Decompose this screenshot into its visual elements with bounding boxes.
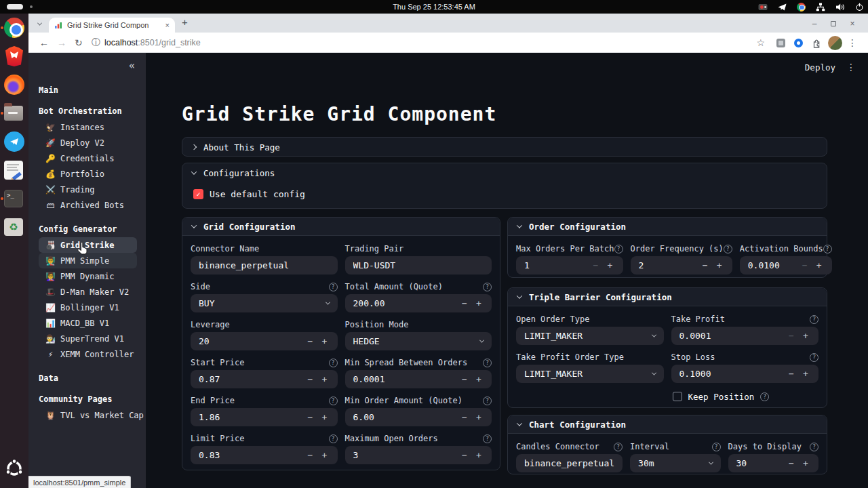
sidebar-collapse-icon[interactable]: « [129, 60, 135, 72]
forward-button[interactable]: → [57, 33, 66, 53]
new-tab-button[interactable]: + [182, 16, 188, 28]
help-icon[interactable]: ? [614, 443, 623, 451]
decrement-button[interactable]: − [701, 260, 710, 270]
chrome-tray-icon[interactable] [797, 3, 806, 12]
decrement-button[interactable]: − [306, 412, 315, 422]
help-icon[interactable]: ? [483, 396, 492, 405]
tab-search-button[interactable] [34, 18, 45, 29]
increment-button[interactable]: + [801, 369, 810, 379]
end-price-input[interactable]: 1.86−+ [191, 408, 338, 426]
sidebar-item-supertrend-v1[interactable]: 👨‍🔬SuperTrend V1 [39, 331, 137, 346]
take-profit-input[interactable]: 0.0001−+ [671, 327, 819, 345]
decrement-button[interactable]: − [460, 412, 469, 422]
increment-button[interactable]: + [801, 458, 810, 468]
increment-button[interactable]: + [320, 450, 330, 460]
increment-button[interactable]: + [474, 374, 484, 384]
help-icon[interactable]: ? [483, 359, 492, 367]
decrement-button[interactable]: − [787, 331, 796, 341]
screen-record-icon[interactable] [758, 2, 768, 12]
help-icon[interactable]: ? [329, 396, 338, 405]
decrement-button[interactable]: − [460, 374, 469, 384]
help-icon[interactable]: ? [329, 283, 338, 291]
app-menu-kebab-icon[interactable]: ⋮ [846, 62, 856, 73]
order-frequency-input[interactable]: 2−+ [631, 256, 732, 274]
total-amount-input[interactable]: 200.00−+ [345, 294, 492, 312]
dock-trash[interactable]: ♻ [4, 217, 24, 237]
sidebar-item-bollinger-v1[interactable]: 📈Bollinger V1 [39, 300, 137, 315]
profile-avatar[interactable] [828, 33, 842, 53]
sidebar-item-trading[interactable]: ⚔️Trading [39, 182, 137, 197]
decrement-button[interactable]: − [306, 374, 315, 384]
window-maximize-button[interactable] [829, 19, 838, 28]
dock-files[interactable] [4, 103, 24, 123]
browser-menu-kebab-icon[interactable]: ⋮ [848, 33, 857, 53]
back-button[interactable]: ← [39, 33, 49, 53]
position-mode-select[interactable]: HEDGE [345, 332, 492, 350]
volume-icon[interactable] [835, 3, 845, 12]
tab-close-icon[interactable]: × [165, 21, 170, 29]
sidebar-item-archived-bots[interactable]: 🗃Archived Bots [39, 197, 137, 213]
extension-icon-1[interactable] [776, 33, 785, 53]
leverage-input[interactable]: 20−+ [191, 332, 338, 350]
decrement-button[interactable]: − [800, 260, 810, 270]
help-icon[interactable]: ? [810, 443, 818, 451]
configurations-expander-header[interactable]: Configurations [182, 163, 827, 182]
help-icon[interactable]: ? [329, 359, 338, 367]
stop-loss-input[interactable]: 0.1000−+ [671, 365, 819, 383]
network-icon[interactable] [816, 3, 825, 12]
increment-button[interactable]: + [474, 450, 484, 460]
decrement-button[interactable]: − [460, 298, 469, 308]
browser-tab[interactable]: Grid Strike Grid Compon × [49, 18, 175, 33]
power-icon[interactable] [855, 3, 864, 12]
order-configuration-header[interactable]: Order Configuration [508, 218, 827, 236]
side-select[interactable]: BUY [191, 294, 338, 312]
decrement-button[interactable]: − [306, 336, 315, 346]
decrement-button[interactable]: − [306, 450, 315, 460]
help-icon[interactable]: ? [823, 245, 832, 253]
sidebar-item-credentials[interactable]: 🔑Credentials [39, 150, 137, 166]
increment-button[interactable]: + [320, 412, 330, 422]
min-spread-input[interactable]: 0.0001−+ [345, 370, 492, 388]
take-profit-order-type-select[interactable]: LIMIT_MAKER [516, 365, 664, 383]
min-order-amount-input[interactable]: 6.00−+ [345, 408, 492, 426]
sidebar-item-tvl-vs-market-cap[interactable]: 🦉TVL vs Market Cap [39, 407, 137, 423]
candles-connector-input[interactable]: binance_perpetual [516, 454, 623, 472]
help-icon[interactable]: ? [483, 283, 492, 291]
address-bar[interactable]: localhost:8501/grid_strike [104, 33, 201, 53]
keep-position-checkbox[interactable] [673, 392, 682, 401]
grid-configuration-header[interactable]: Grid Configuration [182, 218, 500, 236]
dock-telegram[interactable] [4, 131, 24, 152]
sidebar-item-dman-maker-v2[interactable]: 🎩D-Man Maker V2 [39, 284, 137, 300]
dock-text-editor[interactable] [4, 160, 24, 180]
increment-button[interactable]: + [814, 260, 824, 270]
trading-pair-input[interactable]: WLD-USDT [345, 256, 492, 274]
use-default-config-checkbox[interactable]: ✓ [193, 189, 203, 199]
extension-icon-2[interactable] [794, 33, 803, 53]
dock-terminal[interactable]: >_ [4, 188, 24, 209]
window-minimize-button[interactable]: – [810, 19, 819, 28]
interval-select[interactable]: 30m [630, 454, 720, 472]
decrement-button[interactable]: − [787, 369, 796, 379]
days-to-display-input[interactable]: 30−+ [728, 454, 818, 472]
dock-firefox[interactable] [4, 75, 24, 95]
site-info-icon[interactable]: ⓘ [92, 33, 100, 53]
telegram-tray-icon[interactable] [778, 3, 787, 12]
window-close-button[interactable]: × [848, 19, 857, 28]
increment-button[interactable]: + [320, 336, 330, 346]
help-icon[interactable]: ? [810, 353, 818, 362]
help-icon[interactable]: ? [712, 443, 721, 451]
activation-bounds-input[interactable]: 0.0100−+ [740, 256, 832, 274]
increment-button[interactable]: + [606, 260, 615, 270]
system-clock[interactable]: Thu Sep 25 12:53:45 AM [393, 0, 475, 14]
workspace-dot[interactable] [30, 5, 33, 8]
triple-barrier-header[interactable]: Triple Barrier Configuration [508, 288, 827, 306]
sidebar-item-deploy-v2[interactable]: 🚀Deploy V2 [39, 135, 137, 150]
connector-name-input[interactable]: binance_perpetual [191, 256, 338, 274]
sidebar-item-macd-bb-v1[interactable]: 📊MACD_BB V1 [39, 315, 137, 331]
sidebar-item-portfolio[interactable]: 💰Portfolio [39, 166, 137, 182]
decrement-button[interactable]: − [460, 450, 469, 460]
increment-button[interactable]: + [801, 331, 810, 341]
decrement-button[interactable]: − [591, 260, 601, 270]
workspace-indicator[interactable] [7, 4, 23, 9]
increment-button[interactable]: + [474, 412, 484, 422]
